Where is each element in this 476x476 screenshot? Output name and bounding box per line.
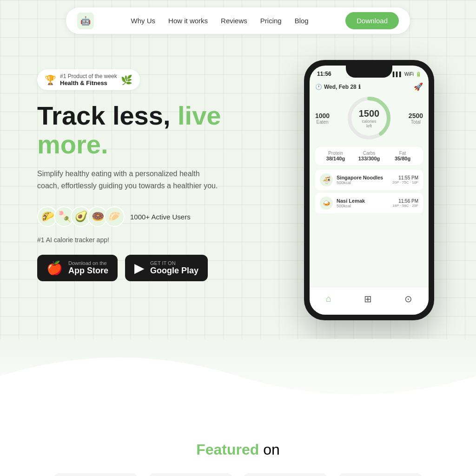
navbar: 🤖 Why Us How it works Reviews Pricing Bl… [66, 7, 410, 34]
product-badge: 🏆 #1 Product of the week Health & Fitnes… [37, 69, 140, 90]
signal-icon: ▌▌▌ [393, 72, 403, 77]
apple-icon: 🍎 [46, 260, 63, 276]
nav-reviews[interactable]: Reviews [221, 17, 247, 25]
app-store-text: Download on the App Store [68, 260, 108, 276]
phone-date-row: 🕐 Wed, Feb 28 ℹ 🚀 [315, 80, 423, 95]
meal-1-macros: 20P · 75C · 10F [392, 180, 418, 185]
app-store-button[interactable]: 🍎 Download on the App Store [37, 255, 118, 281]
store-buttons: 🍎 Download on the App Store ▶ GET IT ON … [37, 255, 290, 281]
google-play-button[interactable]: ▶ GET IT ON Google Play [125, 255, 208, 281]
battery-icon: 🔋 [416, 72, 421, 77]
google-play-icon: ▶ [134, 260, 145, 276]
phone-content: 🕐 Wed, Feb 28 ℹ 🚀 1000 Eaten [310, 80, 429, 220]
nav-why-us[interactable]: Why Us [131, 17, 156, 25]
user-avatars-row: 🌮 🍡 🥑 🍩 🥟 1000+ Active Users [37, 206, 290, 227]
meal-2-time-block: 11:56 PM 18P · 58C · 25F [392, 198, 418, 208]
hero-section: 🏆 #1 Product of the week Health & Fitnes… [0, 41, 476, 348]
badge-rank: #1 Product of the week [60, 73, 117, 79]
meal-2-kcal: 500kcal [337, 204, 389, 208]
rocket-icon: 🚀 [414, 82, 423, 91]
avatar-5: 🥟 [104, 206, 125, 227]
featured-logo-1: Logo 1 [54, 473, 138, 476]
clock-icon: 🕐 [315, 84, 322, 90]
meal-1-time: 11:55 PM [392, 175, 418, 180]
calories-total: 2500 Total [409, 112, 423, 125]
meal-1-icon: 🍜 [320, 173, 333, 186]
calories-eaten-num: 1000 [315, 112, 330, 119]
phone-date-text: Wed, Feb 28 [324, 84, 357, 90]
phone-bottom-nav: ⌂ ⊞ ⊙ [310, 287, 429, 315]
google-play-main: Google Play [150, 266, 198, 276]
nav-links: Why Us How it works Reviews Pricing Blog [131, 17, 309, 25]
phone-screen: 11:56 ▌▌▌ WiFi 🔋 🕐 Wed, Feb 28 ℹ [310, 66, 429, 315]
calorie-center: 1500 calories left [359, 108, 380, 128]
badge-laurel-left: 🏆 [45, 74, 56, 86]
macro-protein: Protein 38/140g [319, 151, 352, 161]
calorie-section: 1000 Eaten 1500 calories left [315, 95, 423, 141]
google-play-sub: GET IT ON [150, 260, 198, 266]
phone-time: 11:56 [317, 71, 331, 77]
badge-laurel-right: 🌿 [121, 74, 132, 86]
meal-item-1: 🍜 Singapore Noodles 500kcal 11:55 PM 20P… [315, 170, 423, 190]
meal-item-2: 🍛 Nasi Lemak 500kcal 11:56 PM 18P · 58C … [315, 193, 423, 213]
featured-title-black: on [263, 441, 280, 458]
meal-2-name: Nasi Lemak [337, 198, 389, 204]
calories-total-num: 2500 [409, 112, 423, 119]
nav-how-it-works[interactable]: How it works [168, 17, 208, 25]
calories-left-label2: left [359, 124, 380, 128]
phone-date: 🕐 Wed, Feb 28 ℹ [315, 84, 361, 90]
phone-notch [346, 66, 392, 78]
nav-home-icon: ⌂ [326, 293, 331, 304]
wifi-icon: WiFi [404, 72, 414, 77]
featured-logo-3: Logo 3 [244, 473, 327, 476]
badge-category: Health & Fitness [60, 79, 117, 86]
meal-1-info: Singapore Noodles 500kcal [337, 175, 389, 185]
calorie-ring: 1500 calories left [346, 95, 392, 141]
hero-title: Track less, live more. [37, 101, 290, 159]
meal-1-name: Singapore Noodles [337, 175, 389, 180]
hero-right: 11:56 ▌▌▌ WiFi 🔋 🕐 Wed, Feb 28 ℹ [299, 60, 439, 320]
logo[interactable]: 🤖 [77, 13, 94, 29]
app-store-main: App Store [68, 266, 108, 276]
macro-protein-name: Protein [319, 151, 352, 156]
phone-status-icons: ▌▌▌ WiFi 🔋 [393, 72, 421, 77]
hero-subtitle: Simplify healthy eating with a personali… [37, 168, 223, 192]
macro-protein-val: 38/140g [319, 156, 352, 161]
featured-logo-2: Logo 2 [149, 473, 232, 476]
logo-icon: 🤖 [77, 13, 94, 29]
info-icon: ℹ [358, 84, 361, 90]
macros-row: Protein 38/140g Carbs 133/300g Fat 35/80… [315, 147, 423, 165]
featured-section: Featured on Logo 1 Logo 2 Logo 3 Logo 4 [0, 413, 476, 476]
nav-download-button[interactable]: Download [345, 12, 399, 29]
meal-2-info: Nasi Lemak 500kcal [337, 198, 389, 208]
meal-1-time-block: 11:55 PM 20P · 75C · 10F [392, 175, 418, 185]
featured-logos: Logo 1 Logo 2 Logo 3 Logo 4 [19, 473, 457, 476]
ai-label: #1 AI calorie tracker app! [37, 236, 290, 244]
hero-left: 🏆 #1 Product of the week Health & Fitnes… [37, 60, 290, 281]
app-store-sub: Download on the [68, 260, 108, 266]
meal-2-icon: 🍛 [320, 197, 333, 210]
meal-2-time: 11:56 PM [392, 198, 418, 204]
macro-carbs: Carbs 133/300g [352, 151, 386, 161]
google-play-text: GET IT ON Google Play [150, 260, 198, 276]
calories-left-label: calories [359, 119, 380, 124]
phone-mockup: 11:56 ▌▌▌ WiFi 🔋 🕐 Wed, Feb 28 ℹ [304, 60, 434, 320]
macro-fat: Fat 35/80g [386, 151, 419, 161]
wave-transition [0, 339, 476, 413]
calories-eaten-label: Eaten [315, 119, 330, 125]
meal-1-kcal: 500kcal [337, 180, 389, 185]
calories-total-label: Total [409, 119, 423, 125]
featured-title-green: Featured [196, 441, 259, 458]
active-users-label: 1000+ Active Users [130, 213, 191, 221]
macro-carbs-val: 133/300g [352, 156, 386, 161]
macro-carbs-name: Carbs [352, 151, 386, 156]
calories-left-num: 1500 [359, 108, 380, 119]
hero-title-black: Track less, [37, 101, 170, 130]
macro-fat-name: Fat [386, 151, 419, 156]
calories-eaten: 1000 Eaten [315, 112, 330, 125]
nav-pricing[interactable]: Pricing [260, 17, 282, 25]
nav-profile-icon: ⊙ [404, 293, 412, 304]
nav-blog[interactable]: Blog [295, 17, 309, 25]
nav-add-icon: ⊞ [364, 293, 372, 304]
macro-fat-val: 35/80g [386, 156, 419, 161]
